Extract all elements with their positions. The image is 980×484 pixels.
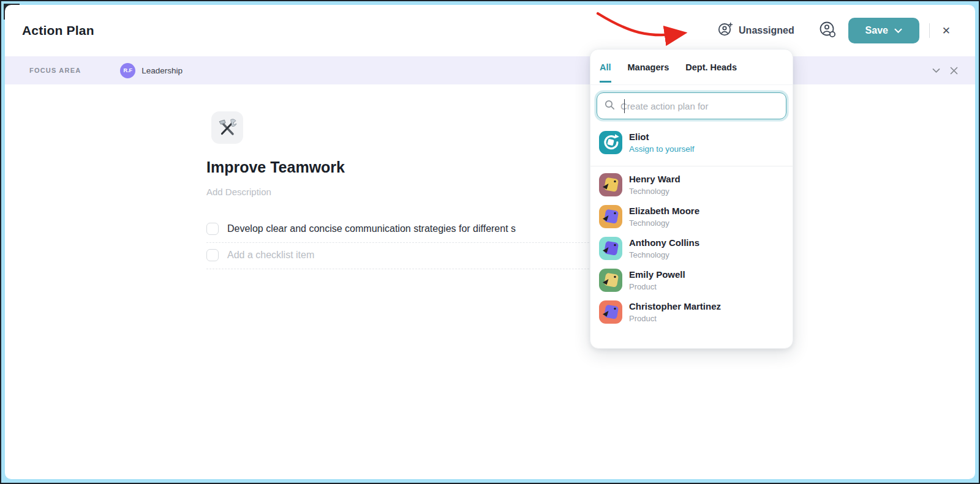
bird-avatar-icon xyxy=(600,237,622,259)
avatar xyxy=(599,205,622,228)
avatar xyxy=(599,173,622,196)
person-dept: Product xyxy=(629,282,685,291)
close-icon[interactable] xyxy=(950,67,958,75)
assignee-list: Eliot Assign to yourself Henry Ward Tech… xyxy=(590,119,793,328)
person-name: Christopher Martinez xyxy=(629,301,721,313)
close-icon: ✕ xyxy=(942,25,951,37)
close-modal-button[interactable]: ✕ xyxy=(940,23,953,39)
focus-area-bar: FOCUS AREA R.F Leadership xyxy=(5,56,975,84)
tab-dept-heads[interactable]: Dept. Heads xyxy=(685,62,737,83)
assignee-selector[interactable]: Unassigned xyxy=(717,21,794,40)
search-icon xyxy=(605,100,615,113)
list-item-texts: Anthony Collins Technology xyxy=(629,237,699,259)
list-item-texts: Eliot Assign to yourself xyxy=(629,132,695,154)
list-divider xyxy=(590,166,793,166)
tab-all[interactable]: All xyxy=(600,62,611,83)
checklist-item[interactable]: Develop clear and concise communication … xyxy=(206,217,598,243)
checklist: Develop clear and concise communication … xyxy=(206,217,598,269)
add-checklist-item[interactable]: Add a checklist item xyxy=(206,243,598,269)
eliot-logo-icon xyxy=(599,131,622,154)
list-item[interactable]: Elizabeth Moore Technology xyxy=(599,201,784,233)
person-add-icon xyxy=(717,21,733,40)
save-button[interactable]: Save xyxy=(848,18,919,43)
bird-avatar-icon xyxy=(600,269,622,291)
person-name: Elizabeth Moore xyxy=(629,206,699,217)
checklist-item-text[interactable]: Develop clear and concise communication … xyxy=(227,223,516,234)
assignee-label: Unassigned xyxy=(739,25,794,36)
person-name: Anthony Collins xyxy=(629,237,699,249)
assignee-tabs: All Managers Dept. Heads xyxy=(590,50,793,85)
person-dept: Technology xyxy=(629,250,699,259)
person-name: Eliot xyxy=(629,132,695,143)
tab-managers[interactable]: Managers xyxy=(628,62,669,83)
chevron-down-icon xyxy=(894,25,902,36)
modal-header: Action Plan Unassigned xyxy=(5,5,975,56)
list-item-texts: Christopher Martinez Product xyxy=(629,301,721,323)
person-dept: Technology xyxy=(629,187,680,196)
list-item[interactable]: Emily Powell Product xyxy=(599,264,784,296)
action-plan-modal: Action Plan Unassigned xyxy=(5,5,975,479)
avatar xyxy=(599,131,622,154)
checkbox[interactable] xyxy=(206,249,219,261)
bird-avatar-icon xyxy=(600,301,622,323)
checkbox[interactable] xyxy=(206,223,219,235)
focus-area-value: Leadership xyxy=(141,66,183,75)
list-item[interactable]: Christopher Martinez Product xyxy=(599,296,784,328)
header-divider xyxy=(929,23,930,38)
list-item-texts: Elizabeth Moore Technology xyxy=(629,206,699,228)
avatar xyxy=(599,237,622,260)
search-input[interactable] xyxy=(620,101,778,111)
bird-avatar-icon xyxy=(600,174,622,196)
assignee-popover: All Managers Dept. Heads xyxy=(590,49,793,349)
focus-area-badge: R.F xyxy=(120,63,135,78)
person-dept: Technology xyxy=(629,218,699,228)
focus-area-label: FOCUS AREA xyxy=(29,67,81,74)
header-actions: Unassigned Save xyxy=(717,18,953,43)
list-item-texts: Emily Powell Product xyxy=(629,269,685,291)
assignee-search[interactable] xyxy=(597,92,786,119)
hammer-and-wrench-icon xyxy=(217,117,238,138)
list-item[interactable]: Henry Ward Technology xyxy=(599,169,784,201)
focus-area-controls xyxy=(932,67,958,75)
person-name: Henry Ward xyxy=(629,174,680,185)
person-name: Emily Powell xyxy=(629,269,685,281)
save-button-label: Save xyxy=(865,25,888,36)
chevron-down-icon[interactable] xyxy=(932,68,940,73)
red-annotation-arrow xyxy=(581,6,703,48)
assign-to-yourself-label: Assign to yourself xyxy=(629,144,695,154)
user-circle-icon xyxy=(818,20,837,42)
add-checklist-item-text[interactable]: Add a checklist item xyxy=(227,250,314,261)
person-dept: Product xyxy=(629,314,721,323)
list-item-self-assign[interactable]: Eliot Assign to yourself xyxy=(599,125,784,162)
list-item[interactable]: Anthony Collins Technology xyxy=(599,233,784,264)
avatar xyxy=(599,269,622,292)
text-caret xyxy=(624,99,625,113)
reviewer-button[interactable] xyxy=(818,20,837,42)
page-title: Action Plan xyxy=(22,23,94,38)
plan-content: Improve Teamwork Add Description Develop… xyxy=(5,84,975,269)
avatar xyxy=(599,300,622,324)
plan-emoji-container[interactable] xyxy=(211,111,243,144)
bird-avatar-icon xyxy=(600,206,622,228)
list-item-texts: Henry Ward Technology xyxy=(629,174,680,196)
